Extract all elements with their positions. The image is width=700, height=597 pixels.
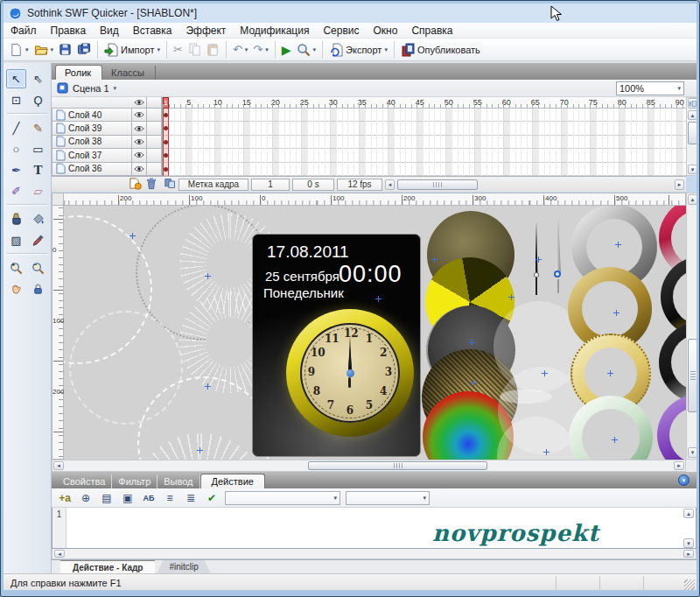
scroll-up-button[interactable]: ▴: [683, 509, 694, 518]
layer-visibility-toggle[interactable]: [132, 109, 147, 122]
tab-properties[interactable]: Свойства: [57, 474, 112, 488]
scroll-up-button[interactable]: ▴: [688, 194, 697, 205]
menu-item[interactable]: Вид: [93, 23, 126, 39]
hand-tool[interactable]: [6, 279, 26, 298]
preview-button[interactable]: ▾: [294, 40, 319, 60]
open-button[interactable]: ▾: [32, 40, 57, 60]
scroll-down-button[interactable]: ▾: [683, 538, 694, 548]
stage-ring-black-silver[interactable]: [659, 322, 686, 403]
script-editor[interactable]: 1 novprospekt ▴ ▾: [52, 508, 696, 549]
eyedropper-tool[interactable]: [28, 230, 48, 249]
import-dropdown[interactable]: ▾: [158, 46, 161, 54]
scroll-down-button[interactable]: ▾: [688, 165, 697, 174]
selection-tool[interactable]: ↖: [6, 69, 26, 88]
publish-button[interactable]: Опубликовать: [398, 40, 483, 60]
zoom-combobox[interactable]: 100% ▾: [616, 81, 684, 95]
brush-tool[interactable]: ✐: [6, 181, 26, 200]
layer-extra-cell[interactable]: [147, 163, 162, 176]
frame-ruler[interactable]: 51015202530354045505560657075808590 1: [163, 97, 686, 109]
add-action-button[interactable]: +a: [57, 490, 73, 505]
scroll-left-button[interactable]: ◂: [53, 461, 64, 470]
eraser-tool[interactable]: ▱: [28, 181, 48, 200]
menu-item[interactable]: Окно: [367, 23, 405, 39]
save-button[interactable]: [56, 40, 74, 60]
free-transform-tool[interactable]: ⊡: [6, 90, 26, 109]
stage-dial-outline[interactable]: [69, 311, 183, 425]
add-layer-button[interactable]: [129, 177, 142, 192]
frame-scroll-thumb[interactable]: [397, 179, 478, 190]
layer-row[interactable]: Слой 39: [52, 122, 162, 135]
open-dropdown[interactable]: ▾: [51, 46, 54, 54]
import-button[interactable]: Импорт▾: [102, 40, 163, 60]
undo-button[interactable]: ↶▾: [230, 40, 250, 60]
menu-item[interactable]: Справка: [404, 23, 459, 39]
current-frame-field[interactable]: 1: [251, 179, 290, 191]
elapsed-time-field[interactable]: 0 s: [292, 179, 334, 191]
redo-dropdown[interactable]: ▾: [265, 46, 269, 54]
menu-item[interactable]: Правка: [44, 23, 94, 39]
paste-button[interactable]: [204, 40, 222, 60]
zoom-out-tool[interactable]: −: [28, 258, 48, 277]
frame-label-field[interactable]: Метка кадра: [178, 179, 248, 191]
pencil-tool[interactable]: ✎: [28, 118, 48, 137]
menu-item[interactable]: Эффект: [178, 23, 233, 39]
canvas-horizontal-scrollbar[interactable]: ◂ ▸: [52, 460, 686, 472]
lock-tool[interactable]: [28, 279, 48, 298]
tab-initclip[interactable]: #initclip: [157, 560, 210, 573]
scroll-thumb[interactable]: [308, 461, 487, 470]
editor-vertical-scrollbar[interactable]: ▴ ▾: [682, 509, 695, 548]
menu-item[interactable]: Модификация: [233, 23, 316, 39]
scroll-thumb[interactable]: [688, 339, 697, 412]
scroll-up-button[interactable]: ▴: [688, 110, 697, 120]
layer-extra-cell[interactable]: [147, 136, 162, 149]
new-button[interactable]: ▾: [7, 40, 32, 60]
scroll-left-button[interactable]: ◂: [54, 550, 65, 558]
layer-visibility-toggle[interactable]: [132, 122, 147, 135]
layer-visibility-toggle[interactable]: [132, 149, 147, 162]
layer-visibility-toggle[interactable]: [132, 136, 147, 149]
editor-horizontal-scrollbar[interactable]: ◂ ▸: [52, 549, 696, 559]
stage-ring-purple[interactable]: [657, 395, 686, 460]
tab-movie[interactable]: Ролик: [55, 65, 102, 80]
auto-format-button[interactable]: ≡: [162, 490, 178, 505]
layer-row[interactable]: Слой 40: [52, 109, 162, 122]
oval-tool[interactable]: ○: [6, 139, 26, 158]
tab-output[interactable]: Вывод: [158, 474, 200, 488]
preview-dropdown[interactable]: ▾: [313, 46, 317, 54]
current-frame-marker[interactable]: 1: [163, 97, 169, 109]
layer-visibility-toggle[interactable]: [132, 163, 147, 176]
stage-hand-silver[interactable]: [554, 216, 563, 293]
ink-bottle-tool[interactable]: [6, 209, 26, 228]
export-dropdown[interactable]: ▾: [384, 46, 388, 54]
cut-button[interactable]: ✂: [171, 40, 186, 60]
resize-grip[interactable]: [684, 579, 695, 590]
event-combobox[interactable]: ▾: [346, 491, 430, 505]
zoom-in-tool[interactable]: +: [6, 258, 26, 277]
insert-target-path-button[interactable]: ⊕: [78, 490, 94, 505]
layer-extra-cell[interactable]: [147, 122, 162, 135]
canvas-vertical-scrollbar[interactable]: ▴ ▾: [686, 193, 698, 460]
paint-bucket-tool[interactable]: [28, 209, 48, 228]
pen-tool[interactable]: ✒: [6, 160, 26, 179]
lasso-tool[interactable]: Ϙ: [28, 90, 48, 109]
check-syntax-button[interactable]: ✔: [204, 490, 220, 505]
layer-extra-cell[interactable]: [147, 149, 162, 162]
scene-dropdown[interactable]: ▾: [114, 84, 117, 93]
stage-canvas[interactable]: 17.08.2011 25 сентября Понедельник 00:00…: [64, 206, 686, 460]
redo-button[interactable]: ↷▾: [250, 40, 270, 60]
tab-action[interactable]: Действие: [200, 474, 265, 488]
delete-layer-button[interactable]: [145, 177, 158, 192]
layer-row[interactable]: Слой 38: [52, 136, 162, 149]
stage-ellipse-white[interactable]: [500, 390, 552, 404]
layer-row[interactable]: Слой 36: [52, 163, 162, 176]
script-reference-button[interactable]: ▤: [99, 490, 115, 505]
menu-item[interactable]: Вставка: [126, 23, 179, 39]
title-bar[interactable]: Sothink SWF Quicker - [SHABLON*]: [4, 4, 696, 23]
scroll-right-button[interactable]: ▸: [683, 550, 694, 558]
copy-button[interactable]: [186, 40, 204, 60]
subselection-tool[interactable]: ⇖: [28, 69, 48, 88]
export-button[interactable]: Экспорт▾: [326, 40, 390, 60]
fill-transform-tool[interactable]: ▨: [6, 230, 26, 249]
timeline-vertical-scrollbar[interactable]: ▴ ▾: [686, 97, 698, 176]
text-tool[interactable]: T: [28, 160, 48, 179]
